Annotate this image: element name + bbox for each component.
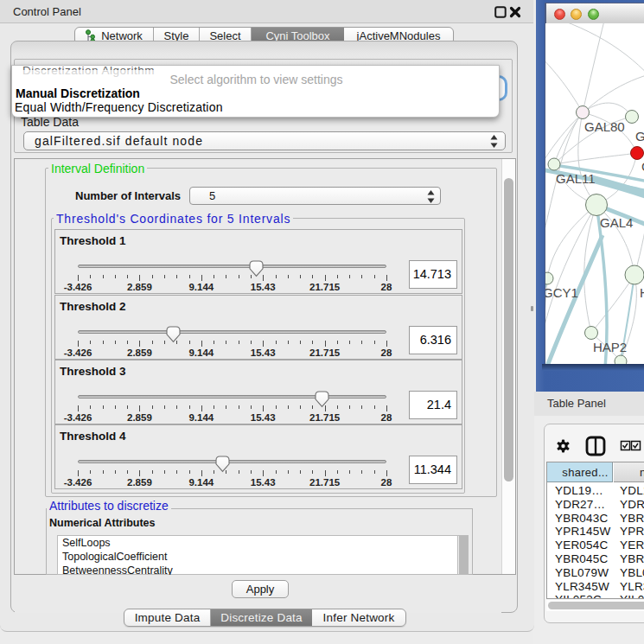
svg-text:H: H — [640, 285, 644, 300]
svg-text:GCY1: GCY1 — [545, 285, 578, 300]
svg-text:GAL11: GAL11 — [556, 171, 596, 186]
svg-text:HAP2: HAP2 — [593, 340, 627, 354]
svg-text:GAL4: GAL4 — [600, 215, 633, 230]
svg-text:GAL80: GAL80 — [584, 119, 625, 134]
svg-text:G: G — [635, 129, 644, 143]
